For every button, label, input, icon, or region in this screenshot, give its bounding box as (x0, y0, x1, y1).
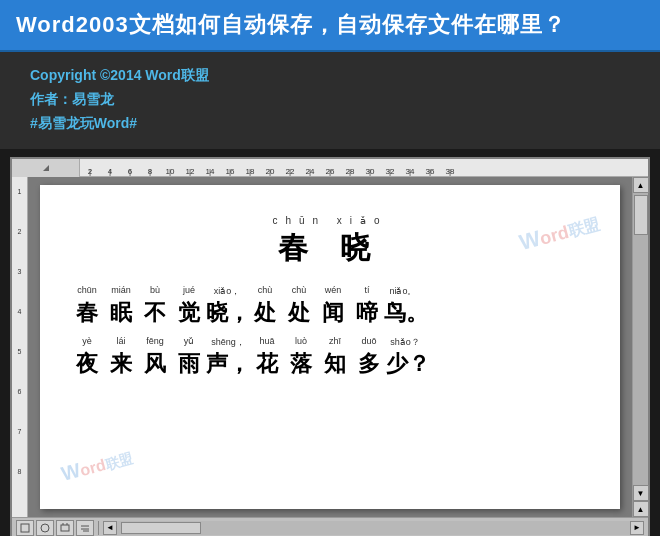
web-view-icon (40, 523, 50, 533)
ruler-left-mark: 8 (18, 461, 22, 481)
ruler-left-mark: 7 (18, 421, 22, 441)
ruler-mark: 22 (280, 167, 300, 176)
ruler-mark: 36 (420, 167, 440, 176)
ruler-corner (12, 159, 80, 177)
poem-line2-chinese: 夜 来 风 雨 声， 花 落 知 多 少？ (70, 349, 590, 379)
scroll-down-button[interactable]: ▼ (633, 485, 649, 501)
scrollbar-thumb[interactable] (634, 195, 648, 235)
poem-container: chūn xiǎo 春 晓 chūn mián bù jué xiǎo， chù (70, 205, 590, 379)
toolbar-btn-outline[interactable] (76, 520, 94, 536)
ruler-left-mark: 3 (18, 261, 22, 281)
ruler-left-mark: 1 (18, 181, 22, 201)
h-scroll-left-icon: ◄ (106, 523, 114, 532)
poem-title-pinyin: chūn xiǎo (272, 215, 387, 226)
poem-title-text: 春 晓 (272, 228, 387, 269)
scrollbar-track[interactable] (633, 193, 648, 485)
header: Word2003文档如何自动保存，自动保存文件在哪里？ (0, 0, 660, 52)
ruler-mark: 38 (440, 167, 460, 176)
poem-line2-pinyin: yè lái fēng yǔ shēng， huā luò zhī duō sh… (70, 336, 590, 349)
ruler-mark: 28 (340, 167, 360, 176)
toolbar-btn-web[interactable] (36, 520, 54, 536)
watermark-bottom-left: Word联盟 (57, 439, 135, 489)
svg-point-1 (41, 524, 49, 532)
poem-line1-pinyin: chūn mián bù jué xiǎo， chù chù wén tí ni… (70, 285, 590, 298)
ruler-left-mark: 2 (18, 221, 22, 241)
normal-view-icon (20, 523, 30, 533)
ruler-mark: 32 (380, 167, 400, 176)
ruler-corner-icon (41, 163, 51, 173)
svg-rect-0 (21, 524, 29, 532)
h-scroll-track[interactable] (117, 521, 630, 535)
ruler-marks: 2 4 6 8 10 12 14 16 18 20 22 24 26 28 30… (80, 159, 460, 176)
page-title: Word2003文档如何自动保存，自动保存文件在哪里？ (16, 12, 566, 37)
tag-line: #易雪龙玩Word# (30, 112, 630, 136)
info-section: Copyright ©2014 Word联盟 作者：易雪龙 #易雪龙玩Word# (0, 52, 660, 149)
ruler-left-mark: 5 (18, 341, 22, 361)
toolbar-divider (98, 521, 99, 535)
ruler-mark: 14 (200, 167, 220, 176)
ruler-top: 2 4 6 8 10 12 14 16 18 20 22 24 26 28 30… (12, 159, 648, 177)
print-view-icon (60, 523, 70, 533)
ruler-mark: 2 (80, 167, 100, 176)
bottom-toolbar: ◄ ► (12, 517, 648, 536)
ruler-mark: 4 (100, 167, 120, 176)
outline-view-icon (80, 523, 90, 533)
ruler-mark: 12 (180, 167, 200, 176)
scroll-down-icon: ▼ (637, 489, 645, 498)
ruler-mark: 24 (300, 167, 320, 176)
h-scroll-left-button[interactable]: ◄ (103, 521, 117, 535)
h-scroll-right-button[interactable]: ► (630, 521, 644, 535)
ruler-mark: 26 (320, 167, 340, 176)
ruler-mark: 10 (160, 167, 180, 176)
ruler-mark: 18 (240, 167, 260, 176)
scroll-up-icon: ▲ (637, 181, 645, 190)
author-line: 作者：易雪龙 (30, 88, 630, 112)
ruler-mark: 30 (360, 167, 380, 176)
toolbar-btn-print[interactable] (56, 520, 74, 536)
svg-rect-2 (61, 525, 69, 531)
poem-line1-chinese: 春 眠 不 觉 晓， 处 处 闻 啼 鸟。 (70, 298, 590, 328)
ruler-mark: 20 (260, 167, 280, 176)
ruler-mark: 16 (220, 167, 240, 176)
scroll-up-button[interactable]: ▲ (633, 177, 649, 193)
horizontal-scrollbar[interactable]: ◄ ► (103, 520, 644, 536)
scroll-up-small-button[interactable]: ▲ (633, 501, 649, 517)
poem-title-section: chūn xiǎo 春 晓 (272, 215, 387, 269)
ruler-mark: 34 (400, 167, 420, 176)
copyright-line: Copyright ©2014 Word联盟 (30, 64, 630, 88)
ruler-left: 1 2 3 4 5 6 7 8 (12, 177, 28, 517)
doc-container: 1 2 3 4 5 6 7 8 Word联盟 (12, 177, 648, 517)
h-scroll-right-icon: ► (633, 523, 641, 532)
right-scrollbar[interactable]: ▲ ▼ ▲ (632, 177, 648, 517)
document-page: Word联盟 chūn xiǎo 春 晓 chūn mián bù (40, 185, 620, 509)
ruler-left-mark: 4 (18, 301, 22, 321)
ruler-mark: 6 (120, 167, 140, 176)
ruler-left-mark: 6 (18, 381, 22, 401)
page-area: Word联盟 chūn xiǎo 春 晓 chūn mián bù (28, 177, 632, 517)
toolbar-btn-normal[interactable] (16, 520, 34, 536)
word-window: 2 4 6 8 10 12 14 16 18 20 22 24 26 28 30… (10, 157, 650, 536)
h-scroll-thumb[interactable] (121, 522, 201, 534)
ruler-mark: 8 (140, 167, 160, 176)
scroll-up-small-icon: ▲ (637, 505, 645, 514)
